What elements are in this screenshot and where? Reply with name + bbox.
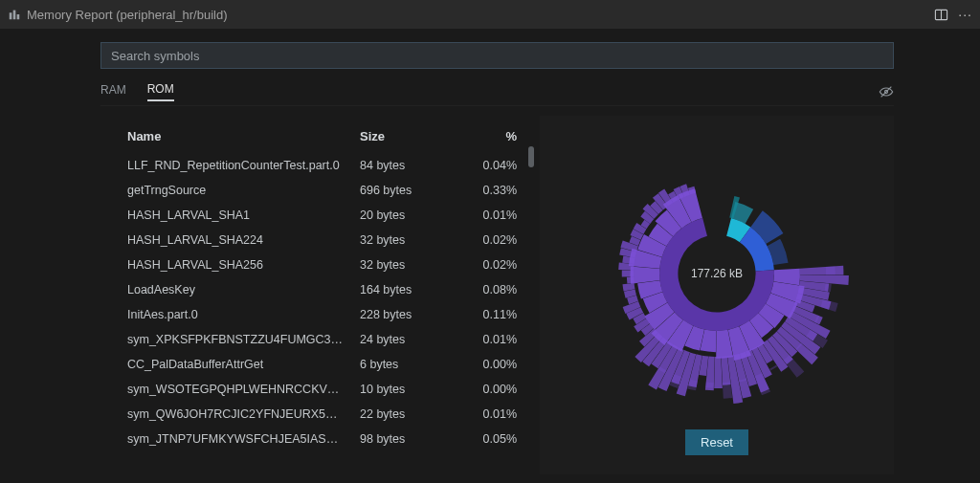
cell-pct: 0.02% <box>440 252 521 277</box>
table-row[interactable]: sym_QW6JOH7RCJIC2YFNJEURX5QNB5EIQT646...… <box>120 402 521 427</box>
table-row[interactable]: LoadAesKey164 bytes0.08% <box>120 277 521 302</box>
col-header-size[interactable]: Size <box>352 123 440 153</box>
cell-size: 84 bytes <box>352 153 440 178</box>
col-header-name[interactable]: Name <box>120 123 352 153</box>
sunburst-segment[interactable] <box>800 266 844 275</box>
sunburst-segment[interactable] <box>826 266 835 274</box>
reset-button[interactable]: Reset <box>685 429 748 455</box>
sunburst-segment[interactable] <box>627 276 635 283</box>
cell-size: 10 bytes <box>352 377 440 402</box>
cell-name: InitAes.part.0 <box>120 302 352 327</box>
cell-pct: 0.01% <box>440 402 521 427</box>
table-row[interactable]: sym_XPKSFPKFBNSTZZU4FUMGC3XRHAVS24BB...2… <box>120 327 521 352</box>
sunburst-segment[interactable] <box>769 365 777 371</box>
table-row[interactable]: sym_WSOTEGPQHPLWEHNRCCKVODJU5RDQR...10 b… <box>120 377 521 402</box>
more-actions-icon[interactable]: ··· <box>958 7 972 22</box>
svg-rect-0 <box>10 12 12 19</box>
cell-name: LoadAesKey <box>120 277 352 302</box>
cell-name: HASH_LARVAL_SHA224 <box>120 228 352 252</box>
table-row[interactable]: HASH_LARVAL_SHA22432 bytes0.02% <box>120 228 521 252</box>
tab-ram[interactable]: RAM <box>100 83 126 100</box>
scrollbar-thumb[interactable] <box>528 146 534 167</box>
cell-size: 6 bytes <box>352 352 440 377</box>
cell-name: HASH_LARVAL_SHA1 <box>120 203 352 228</box>
memory-report-icon <box>8 8 21 21</box>
sunburst-segment[interactable] <box>821 299 838 312</box>
cell-pct: 0.11% <box>440 302 521 327</box>
cell-pct: 0.04% <box>440 153 521 178</box>
svg-rect-2 <box>17 14 20 19</box>
cell-pct: 0.05% <box>440 427 521 451</box>
tab-rom[interactable]: ROM <box>147 82 174 101</box>
table-row[interactable]: HASH_LARVAL_SHA120 bytes0.01% <box>120 203 521 228</box>
cell-size: 32 bytes <box>352 228 440 252</box>
sunburst-segment[interactable] <box>622 270 634 276</box>
window-title: Memory Report (peripheral_hr/build) <box>27 8 228 22</box>
cell-name: getTrngSource <box>120 178 352 203</box>
col-header-pct[interactable]: % <box>440 123 521 153</box>
chart-center-label: 177.26 kB <box>691 267 743 280</box>
cell-name: LLF_RND_RepetitionCounterTest.part.0 <box>120 153 352 178</box>
table-row[interactable]: LLF_RND_RepetitionCounterTest.part.084 b… <box>120 153 521 178</box>
table-row[interactable]: sym_JTNP7UFMKYWSFCHJEA5IASO3QVW3HK4...98… <box>120 427 521 451</box>
split-editor-icon[interactable] <box>934 8 948 22</box>
table-row[interactable]: InitAes.part.0228 bytes0.11% <box>120 302 521 327</box>
visibility-toggle-icon[interactable] <box>879 84 894 99</box>
cell-name: CC_PalDataBufferAttrGet <box>120 352 352 377</box>
cell-size: 22 bytes <box>352 402 440 427</box>
sunburst-segment[interactable] <box>714 357 723 388</box>
cell-name: sym_JTNP7UFMKYWSFCHJEA5IASO3QVW3HK4... <box>120 427 352 451</box>
cell-name: sym_XPKSFPKFBNSTZZU4FUMGC3XRHAVS24BB... <box>120 327 352 352</box>
cell-pct: 0.33% <box>440 178 521 203</box>
cell-pct: 0.00% <box>440 352 521 377</box>
cell-size: 32 bytes <box>352 252 440 277</box>
cell-size: 696 bytes <box>352 178 440 203</box>
table-row[interactable]: HASH_LARVAL_SHA25632 bytes0.02% <box>120 252 521 277</box>
cell-name: HASH_LARVAL_SHA256 <box>120 252 352 277</box>
tabs: RAM ROM <box>100 82 894 106</box>
table-header-row: Name Size % <box>120 123 521 153</box>
cell-size: 20 bytes <box>352 203 440 228</box>
sunburst-segment[interactable] <box>825 283 832 292</box>
cell-pct: 0.02% <box>440 228 521 252</box>
cell-pct: 0.01% <box>440 327 521 352</box>
cell-pct: 0.00% <box>440 377 521 402</box>
cell-name: sym_WSOTEGPQHPLWEHNRCCKVODJU5RDQR... <box>120 377 352 402</box>
sunburst-chart[interactable]: 177.26 kB <box>578 135 856 412</box>
table-row[interactable]: getTrngSource696 bytes0.33% <box>120 178 521 203</box>
symbols-table: Name Size % LLF_RND_RepetitionCounterTes… <box>100 116 521 451</box>
cell-size: 98 bytes <box>352 427 440 451</box>
chart-panel: 177.26 kB Reset <box>540 116 894 474</box>
content-area: RAM ROM Name Size % LLF_RND_RepetitionCo <box>0 29 980 483</box>
sunburst-segment[interactable] <box>723 382 732 399</box>
cell-name: sym_QW6JOH7RCJIC2YFNJEURX5QNB5EIQT646... <box>120 402 352 427</box>
cell-pct: 0.08% <box>440 277 521 302</box>
svg-rect-1 <box>13 11 16 20</box>
search-input[interactable] <box>100 42 894 69</box>
table-row[interactable]: CC_PalDataBufferAttrGet6 bytes0.00% <box>120 352 521 377</box>
titlebar: Memory Report (peripheral_hr/build) ··· <box>0 0 980 29</box>
cell-size: 228 bytes <box>352 302 440 327</box>
cell-size: 164 bytes <box>352 277 440 302</box>
cell-size: 24 bytes <box>352 327 440 352</box>
sunburst-segment[interactable] <box>705 383 714 388</box>
cell-pct: 0.01% <box>440 203 521 228</box>
